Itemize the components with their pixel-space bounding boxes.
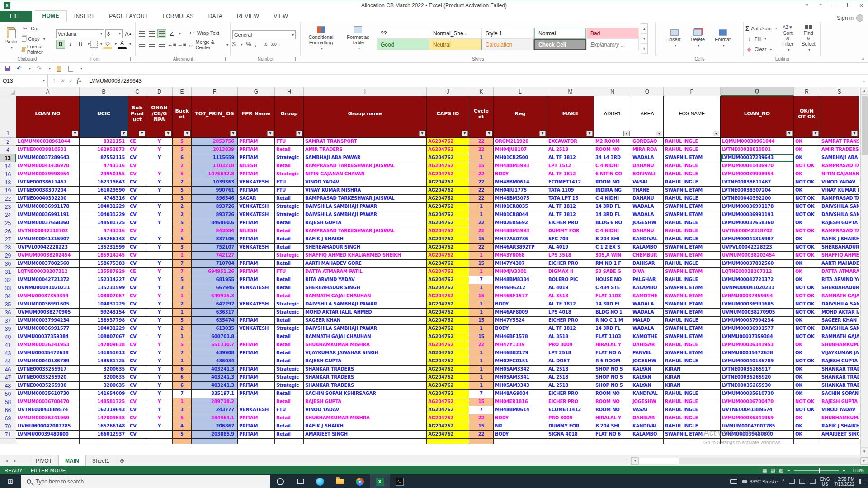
cell[interactable]: 3 xyxy=(173,244,192,252)
filter-dropdown-icon[interactable]: ▼ xyxy=(539,131,546,136)
cell[interactable]: FLAT NO 6 xyxy=(594,431,631,439)
cell[interactable]: LVNMU00035472638 xyxy=(16,349,80,357)
column-header-R[interactable]: OK/N OT OK▼ xyxy=(794,96,820,138)
cell[interactable]: FTU xyxy=(275,178,304,187)
cell[interactable]: LVMUM00042721372 xyxy=(721,276,794,284)
cell-style-style-1[interactable]: Style 1 xyxy=(481,28,534,39)
cell[interactable]: OK xyxy=(794,187,820,195)
column-header-H[interactable]: Group▼ xyxy=(275,96,304,138)
cell[interactable]: 162952873 xyxy=(80,146,128,154)
cell[interactable]: RAMNATH GAJAI CHAUHAN xyxy=(820,292,859,300)
clear-button[interactable]: ◆Clear ▾ xyxy=(745,45,777,54)
cell[interactable]: CV xyxy=(128,390,146,398)
row-number-26[interactable]: 26 xyxy=(0,227,16,235)
row-number-2[interactable]: 2 xyxy=(0,138,16,146)
cell[interactable]: Y xyxy=(146,325,173,333)
cell[interactable]: VINOD YADAV xyxy=(820,406,859,414)
cell[interactable]: VASAI xyxy=(631,178,664,187)
cell[interactable]: RAHUL INGLE xyxy=(664,146,721,154)
cell[interactable]: MALAD xyxy=(631,317,664,325)
cell[interactable]: CV xyxy=(128,341,146,349)
cell[interactable]: Y xyxy=(146,317,173,325)
cell[interactable]: AG204762 xyxy=(427,357,469,366)
cell[interactable]: KALAMBO xyxy=(631,431,664,439)
cell[interactable]: Retail xyxy=(275,431,304,439)
cell[interactable]: RAJESH GUPTA xyxy=(820,357,859,366)
cell[interactable]: 22 xyxy=(469,195,494,203)
cell[interactable]: LVNMU00039480800 xyxy=(16,431,80,439)
cell[interactable]: PRITAM xyxy=(238,260,275,268)
cell[interactable]: AL TF 1812 xyxy=(547,211,594,219)
taskbar-search[interactable]: Type here to search xyxy=(21,475,270,488)
cell[interactable]: Retail xyxy=(275,260,304,268)
cell[interactable]: TATA 1109 xyxy=(547,187,594,195)
cell[interactable]: LVMUM00036991191 xyxy=(721,211,794,219)
cell[interactable]: SHAFFIQ AHMED KHALIAHMED SHEIKH xyxy=(820,252,859,260)
row-number-35[interactable]: 35 xyxy=(0,300,16,309)
cell[interactable]: RAFIK J SHAIKH xyxy=(820,422,859,431)
cell[interactable]: 22 xyxy=(469,431,494,439)
cell[interactable]: AG204762 xyxy=(427,235,469,244)
cell[interactable]: LVMUM00037658360 xyxy=(16,219,80,227)
cell[interactable]: LVMUM00037802560 xyxy=(721,260,794,268)
cell[interactable]: Strategic xyxy=(275,300,304,309)
cell[interactable]: EICHER PRO xyxy=(547,260,594,268)
cell[interactable]: 1039363 xyxy=(192,178,238,187)
cell[interactable]: 2 xyxy=(173,300,192,309)
cell[interactable]: TATA LPT 15 xyxy=(547,195,594,203)
row-number-66[interactable]: 66 xyxy=(0,406,16,414)
cell[interactable]: LVTNE00038307204 xyxy=(16,187,80,195)
tab-view[interactable]: VIEW xyxy=(266,11,295,22)
cell[interactable]: DAIVSHILA SAMBHAJI PAWAR xyxy=(820,325,859,333)
tab-file[interactable]: FILE xyxy=(0,11,32,22)
comma-format-icon[interactable]: , xyxy=(255,41,256,47)
cell[interactable]: B 204 SHI xyxy=(594,422,631,431)
cell[interactable]: 5 xyxy=(173,276,192,284)
cell[interactable]: PRITAM xyxy=(238,341,275,349)
cell[interactable]: UVMUM00038202454 xyxy=(721,252,794,260)
cell[interactable]: OK xyxy=(794,390,820,398)
cell[interactable]: Y xyxy=(146,260,173,268)
row-number-16[interactable]: 16 xyxy=(0,170,16,178)
decrease-indent-icon[interactable]: ←≡ xyxy=(167,40,176,49)
cell[interactable]: AG204762 xyxy=(427,422,469,431)
cell[interactable]: 752107 xyxy=(192,244,238,252)
cell[interactable]: OK xyxy=(794,349,820,357)
column-letter-E[interactable]: E xyxy=(173,87,192,96)
cell[interactable]: 7 xyxy=(469,390,494,398)
row-number-41[interactable]: 41 xyxy=(0,341,16,349)
row-number-24[interactable]: 24 xyxy=(0,211,16,219)
cell[interactable]: VINOD YADAV xyxy=(820,178,859,187)
cell[interactable]: VENKATESH xyxy=(238,284,275,292)
cell[interactable]: 2 xyxy=(173,211,192,219)
format-cells-button[interactable]: Format▾ xyxy=(712,23,733,54)
cell[interactable]: CV xyxy=(128,325,146,333)
cell[interactable]: AG204762 xyxy=(427,203,469,211)
cell[interactable]: Retail xyxy=(275,317,304,325)
cell[interactable]: 14 3RD FL xyxy=(594,300,631,309)
cell[interactable]: 1 xyxy=(173,309,192,317)
cell[interactable]: 2 xyxy=(173,178,192,187)
cell[interactable]: Y xyxy=(146,268,173,276)
cell[interactable]: 5 xyxy=(173,187,192,195)
cell[interactable]: RAHUL INGLE xyxy=(664,390,721,398)
cell[interactable]: MH47AS0736 xyxy=(494,235,547,244)
cell[interactable]: EICHER PRO xyxy=(547,390,594,398)
cell[interactable]: FLAT NO A xyxy=(594,349,631,357)
row-number-32[interactable]: 32 xyxy=(0,276,16,284)
row-number-18[interactable]: 18 xyxy=(0,178,16,187)
cell[interactable]: RAFIK J SHAIKH xyxy=(820,235,859,244)
cell[interactable]: 6 xyxy=(173,382,192,390)
paste-button[interactable]: Paste▾ xyxy=(2,23,20,54)
cell[interactable] xyxy=(146,252,173,260)
cell[interactable]: SHOP NO 5 xyxy=(594,374,631,382)
cell[interactable]: LVMUM00039998954 xyxy=(16,170,80,178)
cell[interactable]: 1115659 xyxy=(192,154,238,162)
cell[interactable]: LVTNE00038611467 xyxy=(721,178,794,187)
cell[interactable]: MH47Y4307 xyxy=(494,260,547,268)
minimize-button[interactable]: — xyxy=(827,1,841,10)
cell[interactable]: RAMPRASAD TARKESHWAR JAISWAL xyxy=(304,195,427,203)
cell[interactable]: 152314227 xyxy=(80,276,128,284)
cell[interactable]: 15 xyxy=(469,235,494,244)
restore-button[interactable] xyxy=(841,1,854,10)
